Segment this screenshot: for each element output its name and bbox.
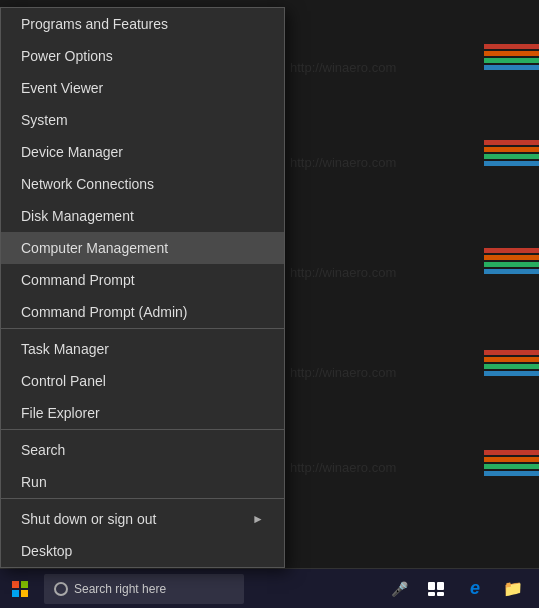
menu-item-search[interactable]: Search bbox=[1, 434, 284, 466]
menu-item-system[interactable]: System bbox=[1, 104, 284, 136]
watermark-2: http://winaero.com bbox=[290, 155, 396, 170]
color-bars-5 bbox=[484, 450, 539, 476]
color-bars-3 bbox=[484, 248, 539, 274]
menu-item-task-manager[interactable]: Task Manager bbox=[1, 333, 284, 365]
menu-item-desktop[interactable]: Desktop bbox=[1, 535, 284, 567]
menu-item-event-viewer[interactable]: Event Viewer bbox=[1, 72, 284, 104]
microphone-icon[interactable]: 🎤 bbox=[383, 573, 415, 605]
svg-rect-1 bbox=[437, 582, 444, 590]
svg-rect-2 bbox=[428, 592, 435, 596]
search-placeholder: Search right here bbox=[74, 582, 166, 596]
color-bars-2 bbox=[484, 140, 539, 166]
menu-item-programs-features[interactable]: Programs and Features bbox=[1, 8, 284, 40]
menu-item-network-connections[interactable]: Network Connections bbox=[1, 168, 284, 200]
windows-logo-icon bbox=[12, 581, 28, 597]
watermark-3: http://winaero.com bbox=[290, 265, 396, 280]
svg-rect-0 bbox=[428, 582, 435, 590]
task-view-icon[interactable] bbox=[421, 573, 453, 605]
watermark-1: http://winaero.com bbox=[290, 60, 396, 75]
taskbar-icons: 🎤 e 📁 bbox=[383, 573, 529, 605]
color-bars-1 bbox=[484, 44, 539, 70]
menu-item-computer-management[interactable]: Computer Management bbox=[1, 232, 284, 264]
menu-item-command-prompt-admin[interactable]: Command Prompt (Admin) bbox=[1, 296, 284, 329]
menu-item-command-prompt[interactable]: Command Prompt bbox=[1, 264, 284, 296]
watermark-4: http://winaero.com bbox=[290, 365, 396, 380]
watermark-5: http://winaero.com bbox=[290, 460, 396, 475]
edge-icon[interactable]: e bbox=[459, 573, 491, 605]
menu-item-disk-management[interactable]: Disk Management bbox=[1, 200, 284, 232]
submenu-arrow-icon: ► bbox=[252, 512, 264, 526]
menu-item-shut-down[interactable]: Shut down or sign out ► bbox=[1, 503, 284, 535]
taskbar-search[interactable]: Search right here bbox=[44, 574, 244, 604]
menu-item-device-manager[interactable]: Device Manager bbox=[1, 136, 284, 168]
search-icon bbox=[54, 582, 68, 596]
menu-item-power-options[interactable]: Power Options bbox=[1, 40, 284, 72]
file-explorer-icon[interactable]: 📁 bbox=[497, 573, 529, 605]
context-menu: Programs and Features Power Options Even… bbox=[0, 7, 285, 568]
svg-rect-3 bbox=[437, 592, 444, 596]
menu-item-control-panel[interactable]: Control Panel bbox=[1, 365, 284, 397]
start-button[interactable] bbox=[0, 569, 40, 609]
taskbar: Search right here 🎤 e 📁 bbox=[0, 568, 539, 608]
color-bars-4 bbox=[484, 350, 539, 376]
menu-item-run[interactable]: Run bbox=[1, 466, 284, 499]
menu-item-file-explorer[interactable]: File Explorer bbox=[1, 397, 284, 430]
